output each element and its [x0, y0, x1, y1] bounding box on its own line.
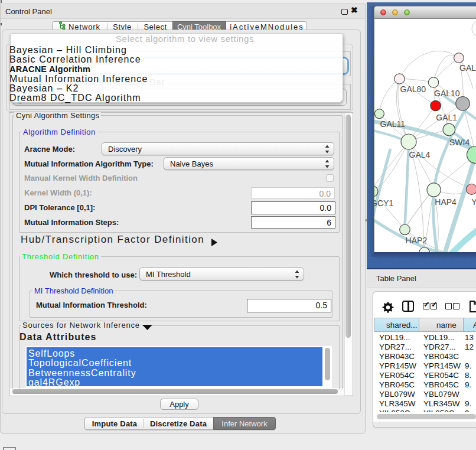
svg-text:HAP2: HAP2	[406, 236, 428, 245]
svg-text:SWI4: SWI4	[449, 138, 470, 147]
svg-text:GAL11: GAL11	[380, 119, 406, 129]
svg-text:GAL80: GAL80	[400, 84, 426, 94]
svg-text:GAL4: GAL4	[409, 150, 431, 159]
svg-text:GAL1: GAL1	[436, 113, 457, 122]
svg-text:GAL10: GAL10	[434, 89, 460, 98]
svg-text:GCY1: GCY1	[374, 198, 393, 208]
svg-text:Y: Y	[471, 197, 476, 207]
svg-text:HAP4: HAP4	[435, 197, 457, 207]
svg-text:GAL: GAL	[459, 63, 476, 73]
